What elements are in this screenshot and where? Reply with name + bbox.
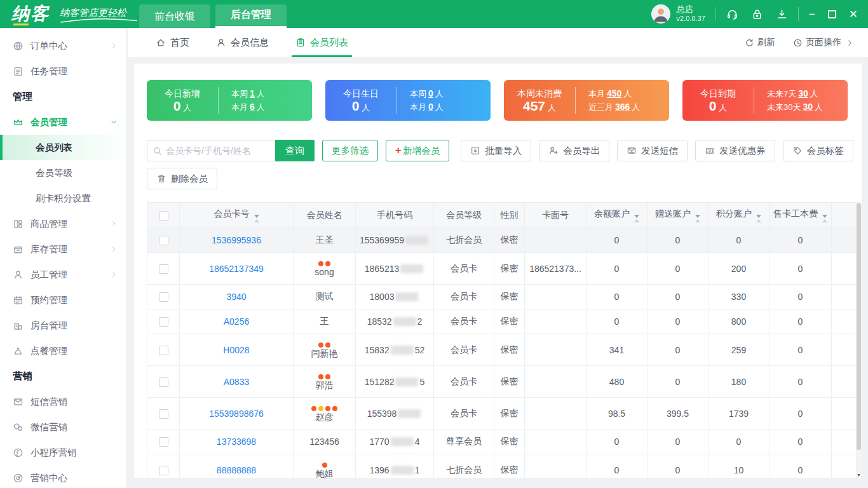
card-substat: 本周1人 xyxy=(231,87,312,100)
sidebar-item-member-manage[interactable]: 会员管理 xyxy=(0,109,126,135)
user-info[interactable]: 总店 v2.0.0.37 xyxy=(677,4,705,24)
lock-button[interactable] xyxy=(751,8,763,20)
member-card-link[interactable]: A0256 xyxy=(224,316,249,327)
tab-member-list[interactable]: 会员列表 xyxy=(294,28,349,57)
sort-carets-icon[interactable] xyxy=(822,215,827,222)
close-button[interactable]: ✕ xyxy=(849,9,858,20)
sidebar-item-goods-manage[interactable]: 商品管理 xyxy=(0,211,126,236)
card-face-cell xyxy=(525,334,587,366)
column-label: 会员卡号 xyxy=(214,208,250,219)
gift-cell: 0 xyxy=(648,334,709,366)
delete-member-button[interactable]: 删除会员 xyxy=(147,168,217,189)
row-checkbox[interactable] xyxy=(159,377,168,387)
delete-member-label: 删除会员 xyxy=(171,173,208,185)
sidebar-item-wechat-marketing[interactable]: 微信营销 xyxy=(0,414,126,440)
more-filter-button[interactable]: 更多筛选 xyxy=(322,140,378,161)
member-export-button[interactable]: 会员导出 xyxy=(539,140,609,161)
sidebar-item-order-center[interactable]: 订单中心 xyxy=(0,33,126,58)
row-checkbox[interactable] xyxy=(159,317,168,327)
row-checkbox[interactable] xyxy=(159,409,168,419)
page-operations-button[interactable]: 页面操作 xyxy=(793,37,854,48)
sidebar-item-marketing-center[interactable]: 营销中心 xyxy=(0,465,126,488)
download-button[interactable] xyxy=(776,8,788,20)
frontend-cashier-tab[interactable]: 前台收银 xyxy=(139,4,210,28)
bulk-import-button[interactable]: 批量导入 xyxy=(461,140,531,161)
member-card-link[interactable]: 13733698 xyxy=(217,437,256,447)
member-export-label: 会员导出 xyxy=(563,145,600,157)
member-card-link[interactable]: H0028 xyxy=(223,345,249,355)
sidebar-item-member-list[interactable]: 会员列表 xyxy=(0,135,126,160)
sidebar-item-staff-manage[interactable]: 员工管理 xyxy=(0,262,126,287)
sidebar-item-task-manage[interactable]: 任务管理 xyxy=(0,58,126,84)
stat-cards: 今日新增0人本周1人本月6人今日生日0人本周0人本月0人本周未消费457人本月4… xyxy=(147,80,848,121)
home-icon xyxy=(156,37,166,48)
sort-carets-icon[interactable] xyxy=(756,215,761,222)
card-face-cell xyxy=(525,398,587,430)
scroll-down-arrow[interactable]: ▼ xyxy=(856,473,862,477)
member-card-link[interactable]: 88888888 xyxy=(217,465,256,475)
sidebar-item-room-manage[interactable]: 房台管理 xyxy=(0,313,126,338)
tab-label: 会员信息 xyxy=(231,37,269,49)
sidebar-item-sms-marketing[interactable]: 短信营销 xyxy=(0,389,126,414)
row-checkbox[interactable] xyxy=(159,236,168,245)
column-header-balance[interactable]: 余额账户 xyxy=(587,203,648,228)
header-divider xyxy=(798,7,799,21)
support-button[interactable] xyxy=(726,8,738,20)
sidebar-item-miniprogram-marketing[interactable]: 小程序营销 xyxy=(0,440,126,465)
card-title: 今日生日 xyxy=(325,87,397,100)
blurred-digits xyxy=(395,292,418,301)
maximize-button[interactable] xyxy=(828,10,836,18)
sort-carets-icon[interactable] xyxy=(695,215,700,222)
row-checkbox[interactable] xyxy=(159,437,168,447)
sidebar-item-booking-manage[interactable]: 预约管理 xyxy=(0,287,126,313)
member-card-link[interactable]: 3940 xyxy=(226,292,246,302)
sidebar-item-member-level[interactable]: 会员等级 xyxy=(0,160,126,186)
tab-home[interactable]: 首页 xyxy=(154,28,191,57)
minimize-button[interactable]: − xyxy=(809,9,815,20)
tab-member-info[interactable]: 会员信息 xyxy=(215,28,270,57)
row-checkbox[interactable] xyxy=(159,292,168,302)
balance-cell: 0 xyxy=(587,309,648,334)
balance-cell: 0 xyxy=(587,253,648,285)
member-tag-label: 会员标签 xyxy=(807,145,844,157)
member-card-link[interactable]: 18652137349 xyxy=(209,264,264,274)
row-checkbox[interactable] xyxy=(159,346,168,355)
backend-manage-tab[interactable]: 后台管理 xyxy=(215,4,287,28)
refresh-button[interactable]: 刷新 xyxy=(745,37,775,48)
sort-carets-icon[interactable] xyxy=(254,215,259,222)
column-label: 会员姓名 xyxy=(307,210,342,220)
sidebar-item-card-points-setting[interactable]: 刷卡积分设置 xyxy=(0,186,126,211)
sort-carets-icon[interactable] xyxy=(634,215,639,222)
member-tag-button[interactable]: 会员标签 xyxy=(783,140,853,161)
add-member-button[interactable]: + 新增会员 xyxy=(386,140,449,161)
wechat-icon xyxy=(13,422,24,433)
gender-cell: 保密 xyxy=(494,454,525,478)
search-input[interactable] xyxy=(166,146,270,156)
row-checkbox[interactable] xyxy=(159,264,168,274)
member-name-cell: 闫新艳 xyxy=(294,334,356,366)
member-card-link[interactable]: 15539898676 xyxy=(209,409,264,419)
column-header-card[interactable]: 会员卡号 xyxy=(180,203,294,228)
vertical-scrollbar[interactable]: ▼ xyxy=(856,202,862,478)
column-header-fee[interactable]: 售卡工本费 xyxy=(770,203,832,228)
member-name-cell: 王圣 xyxy=(294,228,356,253)
chev-right-icon xyxy=(110,42,118,50)
trash-icon xyxy=(156,173,166,184)
scrollbar-thumb[interactable] xyxy=(857,203,861,450)
send-coupon-button[interactable]: ¥发送优惠券 xyxy=(695,140,775,161)
send-sms-button[interactable]: 发送短信 xyxy=(617,140,688,161)
member-card-link[interactable]: 1536995936 xyxy=(212,235,261,245)
balance-cell: 341 xyxy=(587,334,648,366)
table-row: 3940测试18003会员卡保密003300 xyxy=(147,285,857,309)
row-checkbox[interactable] xyxy=(159,466,168,475)
chev-right-icon xyxy=(110,271,118,278)
goods-icon xyxy=(13,219,24,229)
query-button[interactable]: 查询 xyxy=(275,140,315,161)
column-header-points[interactable]: 积分账户 xyxy=(709,203,770,228)
select-all-checkbox[interactable] xyxy=(159,211,168,220)
sidebar-item-label: 员工管理 xyxy=(31,269,67,281)
column-header-gift[interactable]: 赠送账户 xyxy=(648,203,709,228)
sidebar-item-inventory-manage[interactable]: 库存管理 xyxy=(0,236,126,262)
member-card-link[interactable]: A0833 xyxy=(224,377,249,387)
sidebar-item-ordering-manage[interactable]: 点餐管理 xyxy=(0,338,126,363)
